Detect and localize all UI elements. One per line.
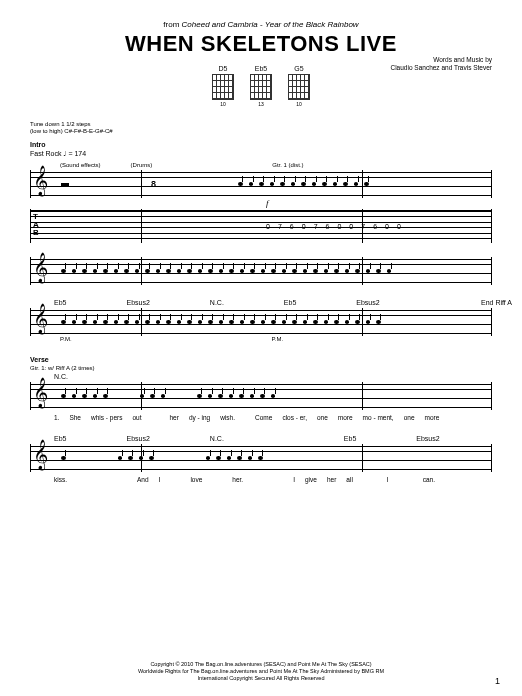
lyric: wish. xyxy=(220,414,235,421)
tab-num: 7 xyxy=(314,223,318,230)
intro-label: Intro xyxy=(30,141,492,148)
chord-name: D5 xyxy=(212,65,234,72)
note-icon xyxy=(312,182,317,186)
note-icon xyxy=(292,320,297,324)
note-icon xyxy=(145,320,150,324)
tab-label: T A B xyxy=(33,213,39,237)
note-icon xyxy=(387,269,392,273)
lyric: more xyxy=(425,414,440,421)
note-icon xyxy=(313,320,318,324)
lyric: dy - ing xyxy=(189,414,210,421)
note-icon xyxy=(61,456,66,460)
lyric: give xyxy=(305,476,317,483)
note-icon xyxy=(303,269,308,273)
system-3: Eb5 Ebsus2 N.C. Eb5 Ebsus2 End Riff A 𝄞 … xyxy=(30,299,492,342)
note-icon xyxy=(322,182,327,186)
note-icon xyxy=(135,269,140,273)
lyric: clos - er, xyxy=(282,414,307,421)
sound-effects-annot: (Sound effects) xyxy=(60,162,101,168)
tab-num: 6 xyxy=(326,223,330,230)
album-line: from Coheed and Cambria - Year of the Bl… xyxy=(30,20,492,29)
note-icon xyxy=(177,269,182,273)
note-icon xyxy=(238,182,243,186)
note-icon xyxy=(334,269,339,273)
note-icon xyxy=(291,182,296,186)
lyrics-row: 1. She whis - pers out her dy - ing wish… xyxy=(30,414,492,421)
chord: Eb5 xyxy=(284,299,296,306)
system-intro: (Sound effects) (Drums) Gtr. 1 (dist.) 𝄞… xyxy=(30,162,492,243)
note-icon xyxy=(354,182,359,186)
chord-diagram-eb5: Eb5 13 xyxy=(250,65,272,107)
note-icon xyxy=(345,320,350,324)
riff-annot-row: Gtr. 1: w/ Riff A (2 times) xyxy=(30,365,492,371)
note-icon xyxy=(345,269,350,273)
note-icon xyxy=(124,320,129,324)
chord: N.C. xyxy=(210,299,224,306)
multirest: 8 xyxy=(151,179,156,189)
chord: Ebsus2 xyxy=(356,299,379,306)
note-icon xyxy=(301,182,306,186)
chord: Ebsus2 xyxy=(126,435,149,442)
song-header: from Coheed and Cambria - Year of the Bl… xyxy=(30,20,492,57)
note-icon xyxy=(150,394,155,398)
note-icon xyxy=(187,320,192,324)
tab-num: 6 xyxy=(373,223,377,230)
note-icon xyxy=(93,394,98,398)
note-icon xyxy=(250,394,255,398)
note-icon xyxy=(82,394,87,398)
chord-fret: 13 xyxy=(250,101,272,107)
dynamic-f: f xyxy=(266,198,269,208)
note-icon xyxy=(114,320,119,324)
credits-line1: Words and Music by xyxy=(390,56,492,64)
note-icon xyxy=(187,269,192,273)
note-icon xyxy=(229,394,234,398)
tempo-marking: Fast Rock ♩ = 174 xyxy=(30,150,492,158)
note-icon xyxy=(128,456,133,460)
lyric: I xyxy=(387,476,389,483)
credits-line2: Claudio Sanchez and Travis Stever xyxy=(390,64,492,72)
notes-row: 8 xyxy=(61,176,485,192)
note-icon xyxy=(303,320,308,324)
lyric: one xyxy=(404,414,415,421)
tuning-line1: Tune down 1 1/2 steps xyxy=(30,121,492,128)
chord: Ebsus2 xyxy=(416,435,439,442)
note-icon xyxy=(219,320,224,324)
note-icon xyxy=(93,320,98,324)
treble-clef-icon: 𝄞 xyxy=(33,255,48,281)
tab-num: 0 xyxy=(397,223,401,230)
notation-staff: 𝄞 xyxy=(30,257,492,285)
note-icon xyxy=(270,182,275,186)
chord-fret: 10 xyxy=(288,101,310,107)
song-title: WHEN SKELETONS LIVE xyxy=(30,31,492,57)
artist-text: Coheed and Cambria xyxy=(182,20,258,29)
note-icon xyxy=(103,320,108,324)
tuning-line2: (low to high) C#-F#-B-E-G#-C# xyxy=(30,128,492,135)
note-icon xyxy=(149,456,154,460)
verse-label: Verse xyxy=(30,356,492,363)
lyric: more xyxy=(338,414,353,421)
lyric: her xyxy=(169,414,178,421)
lyric: whis - pers xyxy=(91,414,122,421)
chord-diagram-d5: D5 10 xyxy=(212,65,234,107)
note-icon xyxy=(271,394,276,398)
note-icon xyxy=(227,456,232,460)
chord-row: Eb5 Ebsus2 N.C. Eb5 Ebsus2 xyxy=(30,435,492,442)
note-icon xyxy=(249,182,254,186)
note-icon xyxy=(208,394,213,398)
note-icon xyxy=(376,320,381,324)
note-icon xyxy=(364,182,369,186)
chord-fret: 10 xyxy=(212,101,234,107)
note-icon xyxy=(261,320,266,324)
note-icon xyxy=(258,456,263,460)
note-icon xyxy=(156,320,161,324)
chord-row: N.C. xyxy=(30,373,492,380)
note-icon xyxy=(82,320,87,324)
notation-staff: 𝄞 xyxy=(30,382,492,410)
note-icon xyxy=(280,182,285,186)
pm-row: P.M. P.M. xyxy=(30,336,492,342)
treble-clef-icon: 𝄞 xyxy=(33,306,48,332)
drums-annot: (Drums) xyxy=(131,162,153,168)
note-icon xyxy=(72,269,77,273)
note-icon xyxy=(355,320,360,324)
lyric: She xyxy=(69,414,81,421)
